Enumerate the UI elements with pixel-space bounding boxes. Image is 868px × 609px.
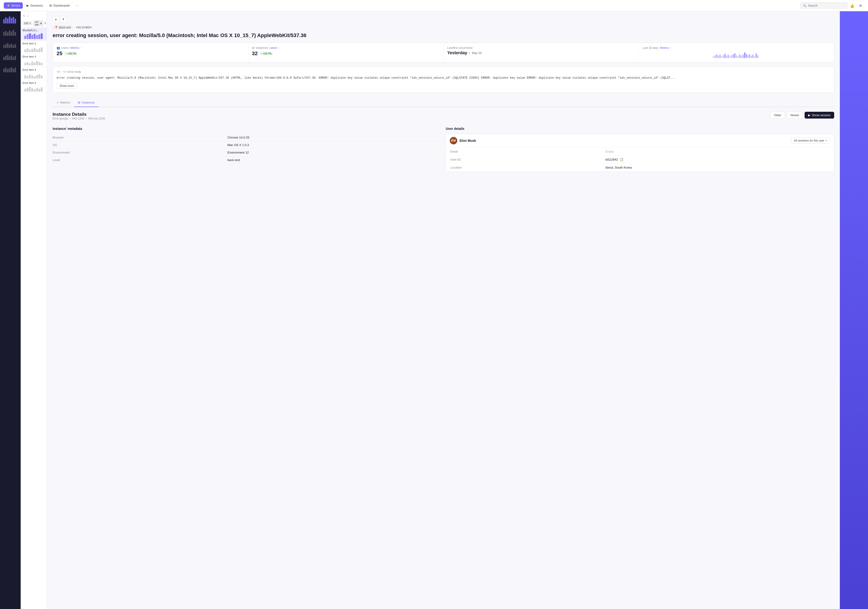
sidebar-chart-4[interactable]	[3, 64, 18, 72]
show-more-button[interactable]: Show more	[57, 83, 77, 89]
external-link-icon: ↗	[825, 139, 827, 142]
filter-chip-count[interactable]: 100 ✕	[23, 22, 33, 25]
svg-rect-18	[11, 44, 12, 48]
svg-rect-80	[721, 56, 722, 58]
svg-rect-1	[5, 17, 6, 23]
svg-rect-84	[728, 55, 729, 58]
svg-rect-16	[7, 43, 8, 48]
search-input[interactable]	[808, 4, 845, 7]
search-icon: 🔍	[803, 4, 806, 7]
collapse-icon[interactable]: ⊣	[26, 15, 29, 18]
user-details-table: Email Empty User-ID id312842 📋	[446, 147, 834, 172]
metrics-arrow-icon: ›	[81, 46, 82, 49]
filter-chip-type[interactable]: ent title ⊕	[33, 20, 43, 26]
main-content: ▲ ▼ 📍 Back end › HIG-EABD4 error creatin…	[47, 11, 840, 609]
instance-title-group: Instance Details Error groups › HIG-1234…	[53, 112, 105, 125]
svg-rect-67	[25, 89, 26, 91]
list-item[interactable]: Error item 5	[21, 80, 47, 93]
list-item[interactable]: Mozilla/5.0 (…	[21, 28, 47, 40]
code-icon: </>	[57, 70, 60, 73]
svg-rect-97	[749, 54, 750, 58]
nav-down-button[interactable]: ▼	[60, 16, 67, 23]
svg-rect-65	[39, 74, 40, 78]
filter-chip-close[interactable]: ✕	[29, 22, 31, 25]
older-button[interactable]: Older	[770, 112, 785, 119]
svg-rect-50	[41, 47, 43, 52]
sidebar-chart-1[interactable]	[3, 27, 18, 36]
tab-instances[interactable]: ⊞ Instances	[74, 98, 99, 107]
last30-chart	[643, 51, 830, 59]
svg-rect-17	[9, 45, 10, 48]
list-item[interactable]: Error item 4	[21, 67, 47, 80]
sidebar-chart-3[interactable]	[3, 52, 18, 60]
error-body-text: error creating session, user agent: Mozi…	[57, 76, 830, 80]
svg-rect-12	[13, 30, 14, 36]
svg-rect-83	[726, 56, 727, 58]
svg-rect-28	[3, 68, 5, 72]
table-row: Level back end	[53, 156, 441, 164]
notifications-button[interactable]: 🔔	[848, 2, 856, 9]
tab-metrics[interactable]: ↗ Metrics	[53, 98, 74, 107]
copy-icon[interactable]: 📋	[620, 158, 623, 161]
svg-rect-13	[15, 32, 16, 36]
left-panel: ↻ ⊣ 100 ✕ ent title ⊕ + Mozilla/5.0 (…	[21, 11, 47, 609]
sidebar	[0, 11, 21, 609]
svg-rect-71	[34, 89, 36, 91]
toolbar: ↻ ⊣	[21, 13, 47, 19]
sidebar-chart-0[interactable]	[3, 15, 18, 23]
svg-rect-87	[733, 54, 734, 58]
filter-row: 100 ✕ ent title ⊕ +	[21, 19, 47, 28]
refresh-icon[interactable]: ↻	[23, 15, 25, 18]
svg-rect-91	[739, 54, 741, 58]
svg-rect-64	[36, 75, 38, 78]
svg-rect-27	[15, 56, 16, 60]
svg-rect-9	[7, 33, 8, 36]
svg-rect-15	[5, 44, 6, 48]
error-list: Mozilla/5.0 (… Error item 2	[21, 28, 47, 607]
all-sessions-button[interactable]: All sessions for this user ↗	[791, 138, 830, 144]
user-name: Elon Musk	[460, 139, 476, 143]
users-badge: ↑ +23.7%	[64, 52, 78, 56]
svg-rect-26	[13, 57, 14, 60]
svg-rect-34	[15, 68, 16, 72]
svg-rect-20	[15, 44, 16, 48]
detail-tabs: ↗ Metrics ⊞ Instances	[53, 98, 834, 107]
sidebar-chart-2[interactable]	[3, 39, 18, 48]
svg-rect-74	[41, 87, 43, 91]
last30-metrics-link[interactable]: Metrics	[660, 46, 669, 50]
svg-rect-85	[729, 56, 731, 58]
filter-add-button[interactable]: +	[44, 21, 46, 25]
table-row: Email Empty	[446, 148, 834, 155]
stat-instances: ⊞ Instances Latest › 32 ↑ +23.7%	[248, 43, 443, 62]
show-session-button[interactable]: ▶ Show session	[804, 112, 834, 119]
user-details-title: User details	[446, 127, 834, 130]
tab-errors[interactable]: ⚡ Errors	[4, 2, 23, 9]
search-container: 🔍	[800, 2, 847, 9]
users-metrics-link[interactable]: Metrics	[70, 46, 79, 50]
svg-rect-42	[41, 33, 43, 39]
tab-sessions[interactable]: ▶ Sessions	[24, 2, 46, 9]
metadata-title: Instance' metadata	[53, 127, 441, 130]
user-card: EM Elon Musk All sessions for this user …	[446, 134, 834, 172]
more-menu-button[interactable]: ···	[73, 2, 80, 9]
errors-icon: ⚡	[6, 4, 10, 7]
svg-rect-48	[36, 49, 38, 52]
svg-rect-102	[757, 55, 759, 58]
userid-value: id312842	[605, 158, 618, 161]
tab-dashboards[interactable]: ⊞ Dashboards	[46, 2, 73, 9]
settings-button[interactable]: ⚙	[857, 2, 864, 9]
svg-rect-101	[756, 53, 757, 58]
table-row: User-ID id312842 📋	[446, 156, 834, 163]
list-item[interactable]: Error item 3	[21, 54, 47, 67]
svg-rect-6	[15, 19, 16, 23]
svg-rect-89	[736, 55, 737, 58]
newer-button[interactable]: Newer	[787, 112, 803, 119]
svg-rect-0	[3, 19, 5, 23]
breadcrumb-backend-tag[interactable]: 📍 Back end	[53, 25, 73, 29]
svg-rect-22	[5, 56, 6, 60]
breadcrumb: 📍 Back end › HIG-EABD4	[53, 25, 834, 29]
list-item[interactable]: Error item 2	[21, 40, 47, 54]
instances-latest-link[interactable]: Latest	[269, 46, 277, 50]
svg-rect-35	[25, 36, 26, 39]
nav-up-button[interactable]: ▲	[53, 16, 59, 23]
